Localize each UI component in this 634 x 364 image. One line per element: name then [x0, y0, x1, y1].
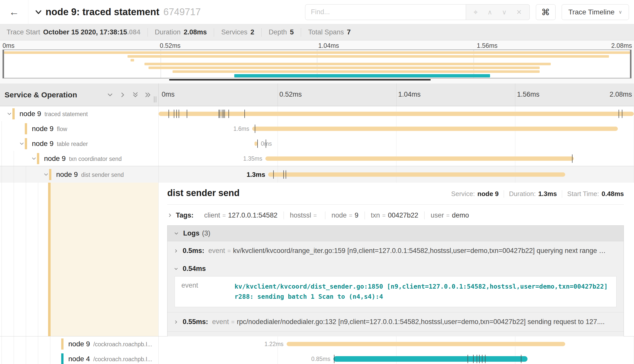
span-event-tick: [220, 110, 220, 118]
divider: [147, 28, 148, 37]
back-button[interactable]: ←: [0, 0, 28, 24]
span-event-tick: [477, 355, 477, 363]
span-bar[interactable]: [252, 126, 618, 131]
span-color-swatch: [25, 123, 27, 134]
expand-one-icon[interactable]: [119, 91, 126, 99]
span-event-tick: [286, 170, 286, 179]
span-timeline-cell[interactable]: 0.85ms: [158, 351, 634, 364]
chevron-down-icon[interactable]: [43, 172, 49, 178]
tag-key: txn: [371, 211, 380, 219]
trace-start-label: Trace Start: [7, 28, 40, 36]
start-time-label: Start Time:: [567, 190, 599, 198]
span-bar[interactable]: [333, 356, 527, 362]
back-arrow-icon: ←: [9, 6, 19, 18]
span-row-roachpb-node4[interactable]: node 4/cockroach.roachpb.I... 0.85ms: [0, 351, 634, 364]
divider: [214, 28, 214, 37]
tag-value: demo: [452, 211, 469, 219]
span-row-roachpb-node9[interactable]: node 9/cockroach.roachpb.I... 1.22ms: [0, 336, 634, 351]
logs-header[interactable]: Logs (3): [167, 226, 624, 241]
find-group: ⌖ ∧ ∨ ✕: [305, 4, 530, 20]
axis-tick: 2.08ms: [609, 91, 632, 98]
equals-sign: =: [227, 248, 231, 254]
tag-item[interactable]: hostssl=: [284, 211, 325, 219]
axis-tick: 1.04ms: [318, 42, 339, 49]
span-row-traced-statement[interactable]: node 9traced statement: [0, 106, 634, 121]
trace-summary-bar: Trace Start October 15 2020, 17:38:15.08…: [0, 24, 634, 40]
span-row-flow[interactable]: node 9flow 1.6ms: [0, 121, 634, 136]
axis-tick: 1.56ms: [517, 91, 540, 98]
tree-cell[interactable]: node 4/cockroach.roachpb.I...: [0, 351, 158, 364]
column-resize-grip[interactable]: [154, 96, 156, 102]
equals-sign: =: [222, 212, 226, 219]
logs-section: Logs (3) 0.5ms: event=kv/kvclient/kvcoor…: [167, 225, 624, 347]
duration-value: 1.3ms: [538, 190, 557, 198]
chevron-down-icon: [174, 231, 179, 236]
minimap-canvas[interactable]: [3, 50, 631, 78]
tag-item[interactable]: txn=00427b22: [365, 211, 425, 219]
collapse-trace-icon[interactable]: [34, 8, 43, 16]
tree-cell[interactable]: node 9dist sender send: [0, 166, 158, 183]
tree-cell[interactable]: node 9flow: [0, 121, 158, 136]
span-event-tick: [168, 110, 169, 118]
chevron-down-icon[interactable]: [19, 141, 25, 147]
log-entry-2-header[interactable]: 0.54ms: [167, 260, 624, 275]
trace-minimap: 0ms 0.52ms 1.04ms 1.56ms 2.08ms: [0, 40, 634, 83]
chevron-down-icon[interactable]: [31, 156, 37, 162]
expand-all-icon[interactable]: [144, 91, 152, 99]
span-bar[interactable]: [159, 112, 634, 116]
span-service: node 9: [32, 140, 54, 147]
span-bar[interactable]: [287, 342, 565, 346]
find-next-icon[interactable]: ∨: [502, 9, 507, 15]
span-event-tick: [479, 355, 480, 363]
collapse-all-icon[interactable]: [132, 91, 139, 99]
span-event-tick: [257, 139, 258, 148]
span-row-txn-coordinator-send[interactable]: node 9txn coordinator send 1.35ms: [0, 151, 634, 166]
equals-sign: =: [231, 319, 235, 326]
span-event-tick: [176, 110, 177, 118]
tag-item[interactable]: client=127.0.0.1:54582: [198, 211, 284, 219]
tree-cell[interactable]: node 9traced statement: [0, 106, 158, 121]
minimap-span-bar: [128, 55, 609, 58]
tree-cell[interactable]: node 9table reader: [0, 136, 158, 151]
tree-cell[interactable]: node 9/cockroach.roachpb.I...: [0, 336, 158, 351]
tag-item[interactable]: user=demo: [424, 211, 475, 219]
span-operation: dist sender send: [81, 172, 124, 178]
span-color-swatch: [12, 108, 15, 119]
collapse-one-icon[interactable]: [106, 91, 114, 99]
span-event-tick: [219, 110, 219, 118]
span-row-dist-sender-send[interactable]: node 9dist sender send 1.3ms: [0, 166, 634, 183]
find-prev-icon[interactable]: ∧: [488, 9, 492, 15]
span-event-tick: [482, 355, 482, 363]
tree-cell[interactable]: node 9txn coordinator send: [0, 151, 158, 166]
span-timeline-cell[interactable]: 1.6ms: [158, 121, 634, 136]
tag-item[interactable]: node=9: [325, 211, 365, 219]
trace-view-dropdown[interactable]: Trace Timeline ∨: [562, 4, 629, 20]
tag-key: node: [331, 211, 347, 219]
find-clear-icon[interactable]: ✕: [516, 9, 522, 15]
keyboard-shortcuts-button[interactable]: ⌘: [536, 4, 556, 20]
detail-title: dist sender send: [167, 188, 240, 198]
span-timeline-cell[interactable]: 1.35ms: [158, 151, 634, 166]
span-event-tick: [223, 110, 224, 118]
span-timeline-cell[interactable]: 1.3ms: [158, 166, 634, 183]
log-entry-1[interactable]: 0.5ms: event=kv/kvclient/kvcoord/range_i…: [167, 241, 624, 260]
find-input[interactable]: [305, 4, 466, 20]
span-service: node 9: [68, 340, 90, 348]
locate-icon[interactable]: ⌖: [474, 8, 478, 16]
span-bar[interactable]: [265, 156, 574, 161]
axis-tick: 2.08ms: [611, 42, 632, 49]
tags-row[interactable]: Tags: client=127.0.0.1:54582hostssl=node…: [167, 209, 624, 222]
selected-span-color-strip: [48, 183, 51, 336]
span-bar[interactable]: [255, 141, 257, 146]
span-row-table-reader[interactable]: node 9table reader 0ms: [0, 136, 634, 151]
minimap-scrubber[interactable]: [169, 79, 430, 80]
equals-sign: =: [313, 212, 317, 219]
span-timeline-cell[interactable]: 1.22ms: [158, 336, 634, 351]
gridline: [396, 136, 396, 151]
log-entry-3[interactable]: 0.55ms: event=rpc/nodedialer/nodedialer.…: [167, 312, 624, 331]
chevron-down-icon[interactable]: [6, 111, 12, 117]
span-bar[interactable]: [268, 172, 565, 177]
span-timeline-cell[interactable]: [158, 106, 634, 121]
span-timeline-cell[interactable]: 0ms: [158, 136, 634, 151]
span-duration-label: 1.3ms: [247, 170, 265, 178]
